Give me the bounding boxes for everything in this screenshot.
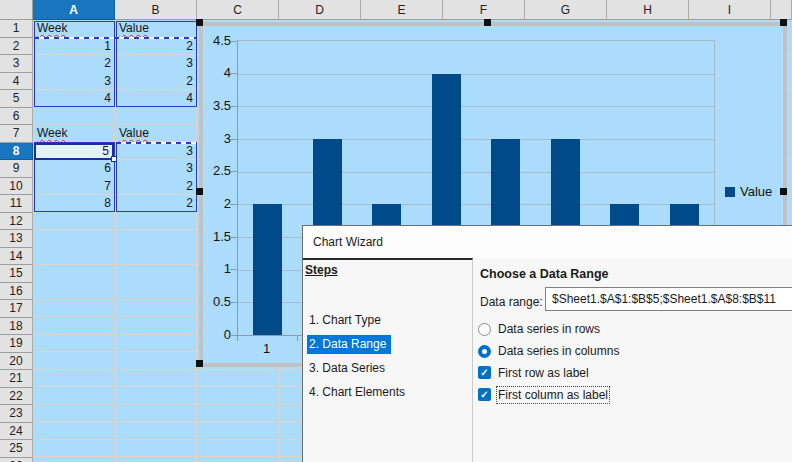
y-axis-label: 0.5 <box>203 294 231 310</box>
y-axis-tick <box>230 204 237 205</box>
fill-handle[interactable] <box>111 156 117 162</box>
data-range-label: Data range: <box>480 295 543 309</box>
chart-gridline <box>238 106 714 107</box>
row-header-1[interactable]: 1 <box>0 20 33 38</box>
wizard-step-4-chart-elements[interactable]: 4. Chart Elements <box>303 380 471 404</box>
row-header-5[interactable]: 5 <box>0 90 33 108</box>
checkbox-first-row-as-label[interactable]: ✓First row as label <box>478 365 589 381</box>
active-cell-a8[interactable]: 5 <box>34 143 114 160</box>
libreoffice-calc-screen: ABCDEFGHI 123456789101112131415161718192… <box>0 0 792 462</box>
option-label: First column as label <box>498 388 608 402</box>
content-heading: Choose a Data Range <box>480 267 609 281</box>
column-header-E[interactable]: E <box>361 0 443 20</box>
radio-unselected-icon[interactable] <box>478 323 491 336</box>
resize-handle-top-right[interactable] <box>780 19 787 26</box>
row-header-19[interactable]: 19 <box>0 335 33 353</box>
row-header-23[interactable]: 23 <box>0 405 33 423</box>
checkbox-checked-icon[interactable]: ✓ <box>478 388 491 401</box>
row-header-13[interactable]: 13 <box>0 230 33 248</box>
row-header-15[interactable]: 15 <box>0 265 33 283</box>
row-header-11[interactable]: 11 <box>0 195 33 213</box>
row-header-4[interactable]: 4 <box>0 73 33 91</box>
wizard-step-2-data-range[interactable]: 2. Data Range <box>303 332 471 356</box>
row-header-18[interactable]: 18 <box>0 318 33 336</box>
row-header-20[interactable]: 20 <box>0 353 33 371</box>
row-header-25[interactable]: 25 <box>0 440 33 458</box>
resize-handle-middle-right[interactable] <box>780 188 787 195</box>
column-header-A[interactable]: A <box>33 0 115 20</box>
row-header-21[interactable]: 21 <box>0 370 33 388</box>
wizard-step-3-data-series[interactable]: 3. Data Series <box>303 356 471 380</box>
row-header-12[interactable]: 12 <box>0 213 33 231</box>
option-label: Data series in columns <box>498 344 619 358</box>
resize-handle-top-middle[interactable] <box>484 19 491 26</box>
steps-heading: Steps <box>303 260 472 277</box>
checkbox-first-column-as-label[interactable]: ✓First column as label <box>478 387 608 403</box>
radio-selected-icon[interactable] <box>478 345 491 358</box>
row-header-6[interactable]: 6 <box>0 108 33 126</box>
resize-handle-bottom-left[interactable] <box>196 360 203 367</box>
row-header-24[interactable]: 24 <box>0 423 33 441</box>
row-header-3[interactable]: 3 <box>0 55 33 73</box>
y-axis-tick <box>230 73 237 74</box>
row-header-7[interactable]: 7 <box>0 125 33 143</box>
wizard-step-label: 4. Chart Elements <box>307 383 410 402</box>
data-range-box-a1-a5 <box>34 21 115 108</box>
y-axis-tick <box>230 106 237 107</box>
y-axis-tick <box>230 302 237 303</box>
row-header-17[interactable]: 17 <box>0 300 33 318</box>
range2-top-separator <box>116 142 196 144</box>
cell-B7[interactable]: Value <box>115 125 197 143</box>
y-axis-label: 2 <box>203 196 231 212</box>
radio-data-series-in-rows[interactable]: Data series in rows <box>478 321 600 337</box>
column-header-partial[interactable] <box>771 0 792 20</box>
y-axis-tick <box>230 41 237 42</box>
select-all-corner[interactable] <box>0 0 33 20</box>
y-axis-label: 4 <box>203 65 231 81</box>
wizard-step-label: 1. Chart Type <box>307 311 386 330</box>
row-header-8[interactable]: 8 <box>0 143 33 161</box>
column-header-G[interactable]: G <box>525 0 607 20</box>
legend-marker-icon <box>725 187 735 197</box>
y-axis-label: 1.5 <box>203 229 231 245</box>
column-header-H[interactable]: H <box>607 0 689 20</box>
radio-data-series-in-columns[interactable]: Data series in columns <box>478 343 619 359</box>
row-header-9[interactable]: 9 <box>0 160 33 178</box>
column-header-D[interactable]: D <box>279 0 361 20</box>
data-range-input[interactable]: $Sheet1.$A$1:$B$5;$Sheet1.$A$8:$B$11 <box>545 287 792 311</box>
wizard-step-label: 3. Data Series <box>307 359 390 378</box>
row-header-26[interactable]: 26 <box>0 458 33 462</box>
row-header-14[interactable]: 14 <box>0 248 33 266</box>
legend[interactable]: Value <box>725 184 772 199</box>
y-axis-label: 2.5 <box>203 163 231 179</box>
chart-wizard-dialog: Chart Wizard Steps 1. Chart Type2. Data … <box>302 225 792 462</box>
dialog-title: Chart Wizard <box>313 235 383 249</box>
wizard-step-label: 2. Data Range <box>307 335 391 354</box>
checkbox-checked-icon[interactable]: ✓ <box>478 366 491 379</box>
option-label: First row as label <box>498 366 589 380</box>
row-header-16[interactable]: 16 <box>0 283 33 301</box>
dialog-title-bar[interactable]: Chart Wizard <box>303 226 792 258</box>
legend-label: Value <box>740 184 772 199</box>
column-header-C[interactable]: C <box>197 0 279 20</box>
data-range-box-b8-b11 <box>116 142 197 212</box>
data-range-value: $Sheet1.$A$1:$B$5;$Sheet1.$A$8:$B$11 <box>552 292 776 306</box>
resize-handle-middle-left[interactable] <box>196 188 203 195</box>
row-header-10[interactable]: 10 <box>0 178 33 196</box>
chart-gridline <box>238 204 714 205</box>
y-axis-label: 4.5 <box>203 33 231 49</box>
wizard-step-1-chart-type[interactable]: 1. Chart Type <box>303 308 471 332</box>
row-header-2[interactable]: 2 <box>0 38 33 56</box>
column-header-I[interactable]: I <box>689 0 771 20</box>
chart-bar-1[interactable] <box>253 204 282 335</box>
cell-A7[interactable]: Week <box>33 125 115 143</box>
row-header-22[interactable]: 22 <box>0 388 33 406</box>
chart-gridline <box>238 74 714 75</box>
column-header-F[interactable]: F <box>443 0 525 20</box>
y-axis-label: 3.5 <box>203 98 231 114</box>
resize-handle-top-left[interactable] <box>196 19 203 26</box>
y-axis-label: 3 <box>203 131 231 147</box>
option-label: Data series in rows <box>498 322 600 336</box>
chart-gridline <box>238 139 714 140</box>
column-header-B[interactable]: B <box>115 0 197 20</box>
